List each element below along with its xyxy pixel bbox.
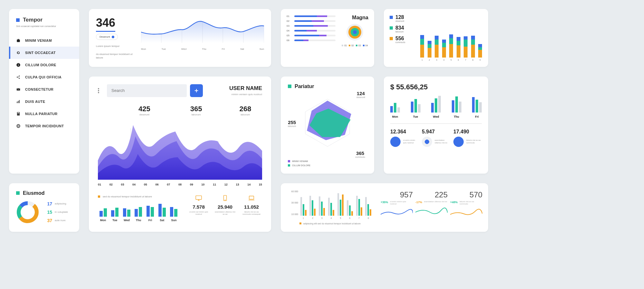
- svg-point-12: [19, 114, 19, 114]
- progress-bar: [294, 15, 336, 17]
- stacked-bar-chart: 1 2 3 4 5 6 7 8 9: [420, 15, 482, 61]
- kpi-value: 346: [96, 16, 115, 32]
- sidebar-item-sint-occaecat[interactable]: SINT OCCAECAT: [9, 47, 79, 59]
- legend-square-icon: [390, 37, 393, 40]
- sidebar-item-label: SINT OCCAECAT: [25, 51, 56, 55]
- sidebar-item-label: CULPA QUI OFFICIA: [25, 75, 62, 79]
- sidebar-item-label: CONSECTETUR: [25, 87, 53, 91]
- gear-icon: [16, 50, 21, 55]
- area-chart: [98, 119, 262, 180]
- sparkline-icon: [415, 207, 448, 215]
- card-pariatur: Pariatur 124deserunt 255laborum 365commo…: [281, 77, 374, 174]
- legend-square-icon: [16, 191, 20, 195]
- card-magna: 01 02 03 04 05 06 Magna 01 02 03 04: [281, 9, 374, 67]
- main-note: sed do eiusmod tempor incididunt ut labo…: [98, 195, 179, 198]
- mail-icon: [16, 87, 21, 92]
- legend-square-icon: [288, 85, 291, 88]
- legend-square-icon: [98, 195, 100, 198]
- progress-bar: [294, 40, 336, 41]
- sidebar-item-tempor-incididunt[interactable]: TEMPOR INCIDIDUNT: [9, 120, 79, 132]
- line-chart: MonTueWedThuFriSatSun: [141, 16, 264, 60]
- legend-square-icon: [390, 26, 393, 30]
- sidebar-item-consectetur[interactable]: CONSECTETUR: [9, 83, 79, 95]
- card-stacked-bar: 128deserunt 834laborum 556commodo 1 2 3 …: [384, 9, 488, 67]
- radar-chart: [288, 91, 367, 155]
- laptop-icon: [248, 195, 255, 201]
- svg-point-13: [18, 114, 18, 115]
- sparkline-icon: [381, 209, 413, 217]
- bars-icon: [16, 99, 21, 104]
- sidebar: Tempor Sint occaecat cupidatat non conse…: [9, 9, 79, 174]
- legend-square-icon: [288, 160, 290, 162]
- sidebar-title: Tempor: [23, 17, 43, 23]
- donut-chart-icon: [16, 201, 39, 224]
- brand-square-icon: [16, 18, 20, 22]
- bottom-bar-chart: 60 00030 00010 000 1 2 3 4 5 6 7 8: [288, 190, 372, 219]
- sidebar-item-cillum-dolore[interactable]: CILLUM DOLORE: [9, 59, 79, 71]
- kpi-pill-toggle[interactable]: Deserunt: [96, 34, 118, 40]
- progress-bar: [294, 25, 336, 27]
- device-stats: 7.578ut enim ad minim quis nostrud 25.94…: [188, 195, 262, 216]
- card-main: USER NAME minim veniam quis nostrud 425d…: [89, 77, 271, 232]
- progress-bar: [294, 35, 336, 36]
- svg-rect-8: [19, 100, 20, 103]
- svg-rect-7: [18, 101, 19, 103]
- svg-point-27: [353, 30, 357, 34]
- monitor-icon: [195, 195, 202, 201]
- svg-rect-10: [17, 113, 19, 113]
- sidebar-subtitle: Sint occaecat cupidatat non consectetur: [16, 25, 72, 27]
- pariatur-legend: MINIM VENIAM CILLUM DOLORE: [288, 160, 367, 167]
- progress-bar: [294, 30, 336, 32]
- share-icon: [16, 75, 21, 79]
- svg-rect-31: [196, 195, 202, 199]
- price-bar-chart: Mon Tue Wed Thu Fri: [390, 96, 482, 118]
- more-vertical-icon[interactable]: [98, 87, 102, 94]
- user-name: USER NAME: [229, 85, 262, 92]
- legend-square-icon: [390, 16, 393, 19]
- sidebar-brand: Tempor: [16, 17, 72, 23]
- magna-legend: 01 02 03 04: [341, 44, 368, 47]
- card-eiusmod: Eiusmod 17adipiscing 15in voluptate 37au…: [9, 183, 79, 232]
- line-chart-axis: MonTueWedThuFriSatSun: [141, 48, 264, 50]
- card-price: $ 55.656,25 Mon Tue Wed Thu Fri 12.364ut…: [384, 77, 488, 174]
- progress-bar: [294, 20, 336, 22]
- svg-rect-6: [17, 102, 17, 103]
- kpi-note-1: Lorem ipsum tempor: [96, 44, 135, 48]
- card-kpi-346: 346 Deserunt Lorem ipsum tempor do eiusm…: [89, 9, 271, 67]
- add-button[interactable]: [190, 84, 203, 97]
- sidebar-item-label: CILLUM DOLORE: [25, 63, 56, 67]
- kpi-note-2: do eiusmod tempor incididunt ut labore: [96, 52, 135, 59]
- sidebar-item-label: MINIM VENIAM: [25, 39, 52, 42]
- globe-icon: [16, 124, 21, 128]
- svg-rect-2: [18, 64, 18, 64]
- sidebar-item-label: TEMPOR INCIDIDUNT: [25, 124, 64, 128]
- sidebar-item-label: NULLA PARIATUR: [25, 112, 58, 116]
- user-subtitle: minim veniam quis nostrud: [229, 93, 262, 96]
- progress-circle-icon: [453, 137, 464, 147]
- briefcase-icon: [16, 38, 21, 43]
- svg-point-3: [17, 77, 18, 78]
- sidebar-item-label: DUIS AUTE: [25, 100, 45, 104]
- bottom-note: adipiscing elit sed do eiusmod tempor in…: [288, 222, 372, 225]
- weekly-bar-chart: Mon Tue Wed Thu Fri Sat Sun: [98, 203, 179, 222]
- sidebar-item-culpa-qui-officia[interactable]: CULPA QUI OFFICIA: [9, 71, 79, 83]
- sidebar-item-minim-veniam[interactable]: MINIM VENIAM: [9, 34, 79, 47]
- legend-square-icon: [288, 164, 290, 167]
- progress-circle-icon: [422, 137, 432, 147]
- sidebar-item-duis-aute[interactable]: DUIS AUTE: [9, 95, 79, 108]
- svg-rect-34: [249, 196, 254, 199]
- svg-rect-1: [18, 65, 18, 66]
- card-bottom: 60 00030 00010 000 1 2 3 4 5 6 7 8 adipi…: [281, 183, 488, 232]
- tablet-icon: [222, 195, 229, 201]
- target-donut-icon: [346, 23, 364, 41]
- progress-circle-icon: [390, 137, 401, 147]
- svg-point-11: [18, 114, 18, 114]
- sidebar-item-nulla-pariatur[interactable]: NULLA PARIATUR: [9, 108, 79, 120]
- price-amount: $ 55.656,25: [390, 83, 482, 91]
- search-input[interactable]: [107, 84, 187, 97]
- info-icon: [16, 63, 21, 67]
- svg-point-14: [19, 114, 19, 115]
- sparkline-icon: [450, 209, 482, 217]
- sidebar-nav: MINIM VENIAM SINT OCCAECAT CILLUM DOLORE…: [9, 34, 79, 132]
- area-chart-axis: 010203040506070809101112131415: [98, 183, 262, 186]
